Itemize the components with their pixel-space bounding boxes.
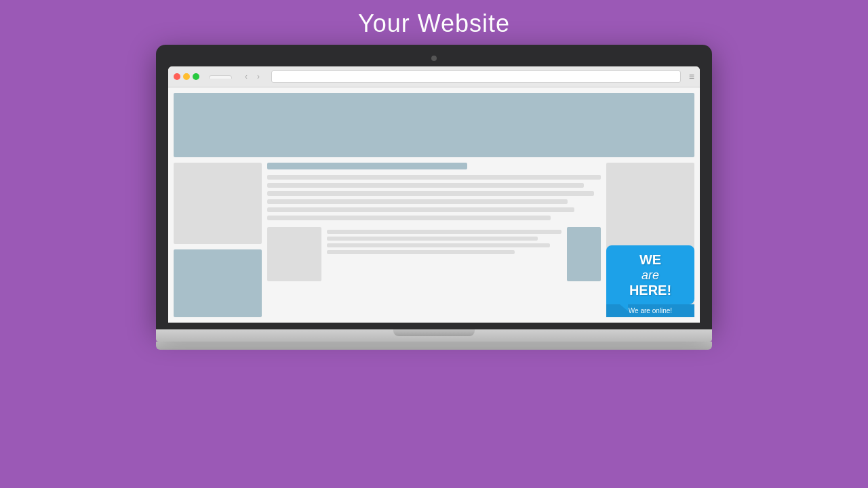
left-column [174, 163, 262, 317]
right-column: WE are HERE! We are online! [606, 163, 694, 317]
website-content: WE are HERE! We are online! [168, 87, 700, 323]
text-line [267, 199, 568, 204]
we-text: WE [639, 252, 661, 267]
text-line [267, 191, 594, 196]
browser-toolbar: ‹ › ≡ [168, 66, 700, 87]
laptop-screen-body: ‹ › ≡ [156, 45, 712, 329]
here-text: HERE! [629, 283, 671, 298]
traffic-lights [174, 73, 199, 80]
chat-text: WE are HERE! [616, 252, 685, 298]
browser-tab [209, 75, 232, 79]
text-line [327, 237, 538, 241]
browser-window: ‹ › ≡ [168, 66, 700, 323]
chat-bubble: WE are HERE! [606, 245, 694, 304]
article-image-2 [567, 227, 601, 281]
page-title: Your Website [358, 9, 510, 38]
chat-bubble-tail [620, 304, 628, 311]
text-line [267, 216, 551, 220]
back-button: ‹ [241, 72, 251, 81]
close-button-dot [174, 73, 180, 80]
article-image [267, 227, 321, 281]
laptop-base [156, 329, 712, 342]
address-bar [271, 70, 681, 83]
forward-button: › [254, 72, 263, 81]
content-grid: WE are HERE! We are online! [174, 163, 694, 317]
left-image-2 [174, 249, 262, 317]
middle-column [267, 163, 601, 317]
hero-banner [174, 93, 694, 157]
minimize-button-dot [183, 73, 190, 80]
menu-icon: ≡ [689, 71, 694, 82]
article-text-group [327, 227, 561, 281]
text-line [327, 243, 550, 247]
article-title [267, 163, 467, 169]
text-line [267, 175, 601, 180]
text-line [267, 207, 574, 212]
laptop-hinge [393, 329, 475, 336]
maximize-button-dot [193, 73, 199, 80]
laptop-foot [156, 342, 712, 350]
article-lines [267, 175, 601, 220]
nav-buttons: ‹ › [241, 72, 263, 81]
are-text: are [642, 268, 659, 282]
text-line [327, 230, 561, 234]
chatbox-widget: WE are HERE! We are online! [606, 245, 694, 317]
text-line [267, 183, 584, 188]
article-bottom [267, 227, 601, 281]
text-line [327, 250, 515, 254]
tab-area [209, 75, 232, 79]
webcam-dot [431, 56, 437, 61]
laptop-reflection [184, 351, 684, 365]
laptop-illustration: WWW Website Chatbox [156, 45, 712, 365]
left-image-1 [174, 163, 262, 244]
